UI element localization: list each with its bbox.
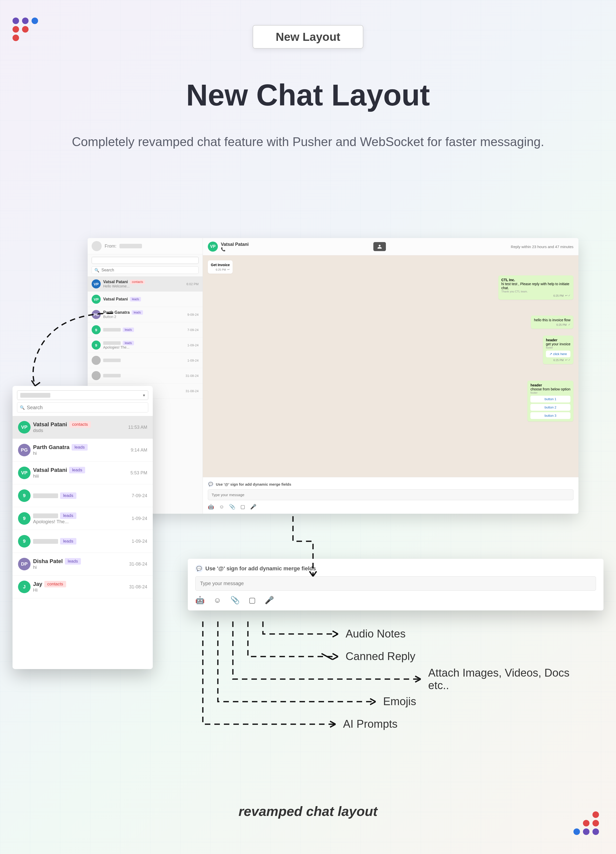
phone-icon: 📞 (221, 247, 249, 252)
contact-row[interactable]: VPVatsal PatanicontactsHello Welcome...6… (88, 276, 202, 292)
compose-area: 💬 Use '@' sign for add dynamic merge fie… (203, 477, 578, 514)
badge-text: New Layout (276, 30, 340, 43)
contact-name: Vatsal Patanicontacts (103, 280, 184, 284)
contact-row[interactable]: 9leadsApologies! The...1-09-24 (12, 507, 153, 530)
avatar: VP (92, 279, 101, 288)
contact-row[interactable]: VPVatsal Patanileadshiii5:53 PM (12, 462, 153, 484)
chat-avatar: VP (208, 242, 218, 252)
contact-time: 6:02 PM (187, 282, 199, 286)
ai-prompts-icon[interactable]: 🤖 (208, 504, 214, 510)
contact-row[interactable]: DPDisha Patelleadshi31-08-24 (12, 553, 153, 576)
contact-time: 9-09-24 (187, 313, 199, 317)
chat-bubble-icon: 💬 (208, 481, 213, 487)
feature-canned: Canned Reply (345, 650, 415, 663)
contact-name: leads (103, 341, 185, 345)
contact-time: 31-08-24 (129, 584, 147, 590)
contact-row[interactable]: PGParth Ganatraleadshi9:14 AM (12, 439, 153, 462)
contact-time: 31-08-24 (186, 389, 199, 393)
contact-time: 1-09-24 (187, 343, 199, 347)
message-button[interactable]: button 1 (530, 396, 570, 403)
contact-time: 7-09-24 (187, 328, 199, 332)
message-incoming: Get Invoice 6:25 PM ↩ (208, 260, 233, 274)
sidebar-topbar: From: (88, 238, 202, 254)
footer-caption: revamped chat layout (239, 804, 377, 819)
filter-dropdown[interactable] (92, 257, 199, 264)
contact-row[interactable]: VPVatsal Patanicontactsdsds11:53 AM (12, 416, 153, 439)
attachment-icon[interactable]: 📎 (230, 596, 240, 604)
message-template: header choose from below option footer b… (527, 381, 573, 421)
emoji-icon[interactable]: ☺ (219, 504, 224, 510)
contact-time: 9:14 AM (131, 448, 147, 453)
contact-name: leads (33, 493, 129, 499)
chat-body: Get Invoice 6:25 PM ↩ CTL Inc. hi test t… (203, 255, 578, 477)
contact-preview: hiii (33, 473, 128, 479)
brand-logo (12, 18, 43, 43)
message-button[interactable]: button 3 (530, 412, 570, 419)
compose-hint: 💬 Use '@' sign for add dynamic merge fie… (195, 565, 596, 572)
tag-contacts: contacts (44, 581, 66, 587)
chat-contact-name: Vatsal Patani (221, 242, 249, 247)
search-input[interactable] (27, 405, 146, 410)
feature-ai: AI Prompts (343, 718, 398, 730)
chat-header: VP Vatsal Patani 📞 Reply within 23 hours… (203, 238, 578, 255)
feature-emojis: Emojis (383, 695, 416, 708)
contact-time: 11:53 AM (128, 425, 147, 430)
tag-leads: leads (123, 328, 134, 332)
contact-name: Vatsal Patanileads (33, 467, 128, 473)
contact-time: 1-09-24 (132, 516, 147, 521)
message-input[interactable] (208, 490, 573, 500)
page-subtitle: Completely revamped chat feature with Pu… (70, 133, 546, 151)
contact-row[interactable]: VPVatsal Patanileads (88, 292, 202, 307)
search-row: 🔍 (92, 266, 199, 274)
tag-leads: leads (60, 512, 76, 519)
video-button[interactable] (373, 242, 386, 251)
contact-row[interactable]: 9leads1-09-24 (12, 530, 153, 553)
contact-row[interactable]: 9leads7-09-24 (12, 484, 153, 507)
tag-leads: leads (60, 538, 76, 544)
app-window: From: 🔍 VPVatsal PatanicontactsHello Wel… (88, 238, 578, 514)
search-icon: 🔍 (94, 268, 99, 273)
message-input[interactable] (195, 576, 596, 591)
tag-contacts: contacts (69, 421, 91, 428)
ai-prompts-icon[interactable]: 🤖 (195, 596, 205, 604)
contact-row[interactable]: JJaycontactsHi31-08-24 (12, 576, 153, 598)
contact-preview: hi (33, 564, 127, 570)
avatar: VP (92, 295, 101, 304)
emoji-icon[interactable]: ☺ (214, 596, 221, 604)
message-button[interactable]: button 2 (530, 404, 570, 411)
contact-name (103, 358, 185, 362)
contact-name: leads (33, 538, 129, 544)
from-value-placeholder (119, 244, 142, 249)
contact-name: leads (103, 328, 185, 332)
canned-reply-icon[interactable]: ▢ (240, 504, 245, 510)
chat-area: VP Vatsal Patani 📞 Reply within 23 hours… (203, 238, 578, 514)
avatar: J (18, 581, 30, 593)
avatar: 9 (18, 490, 30, 502)
message-template: header get your invoice footer ↗ click h… (543, 336, 573, 364)
contact-time: 31-08-24 (129, 561, 147, 567)
message-outgoing: hello this is invoice flow 6:25 PM ✓ (531, 316, 573, 329)
search-input[interactable] (102, 268, 196, 272)
tag-leads: leads (132, 310, 143, 315)
avatar: DP (18, 558, 30, 570)
tag-leads: leads (123, 341, 134, 345)
audio-note-icon[interactable]: 🎤 (250, 504, 256, 510)
connector-arrow (288, 516, 321, 581)
contact-name: leads (33, 512, 129, 519)
reply-window-notice: Reply within 23 hours and 47 minutes (511, 245, 573, 249)
contact-preview: Button 2 (103, 315, 185, 319)
avatar: 9 (18, 535, 30, 547)
search-icon: 🔍 (20, 405, 25, 410)
contact-preview: hi (33, 451, 128, 456)
canned-reply-icon[interactable]: ▢ (249, 596, 256, 604)
message-button[interactable]: ↗ click here (546, 351, 570, 357)
contact-time: 31-08-24 (186, 374, 199, 378)
search-row: 🔍 (17, 403, 148, 412)
attachment-icon[interactable]: 📎 (229, 504, 236, 510)
contact-name: Disha Patelleads (33, 558, 127, 564)
feature-attach: Attach Images, Videos, Docs etc.. (428, 666, 591, 692)
tag-contacts: contacts (130, 280, 145, 284)
audio-note-icon[interactable]: 🎤 (265, 596, 274, 604)
contact-preview: Apologies! The... (103, 345, 185, 349)
avatar: PG (18, 444, 30, 456)
